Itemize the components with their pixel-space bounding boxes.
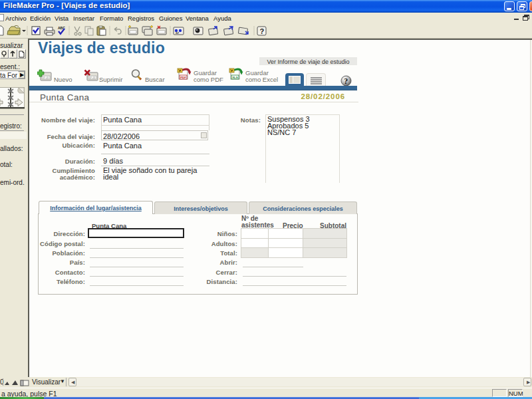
svg-text:?: ? [260,27,265,35]
svg-text:?: ? [344,76,348,86]
svg-text:PDF: PDF [180,76,186,79]
svg-text:az: az [176,31,180,35]
svg-text:XLS: XLS [232,76,238,79]
